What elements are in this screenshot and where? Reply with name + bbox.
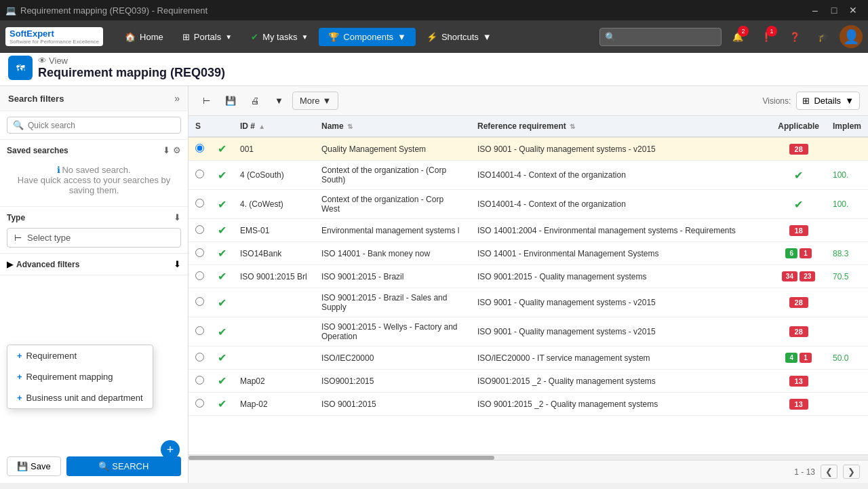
dropdown-item-requirement-mapping[interactable]: + Requirement mapping bbox=[7, 366, 153, 387]
help-button[interactable]: ❓ bbox=[783, 24, 807, 49]
row-radio-6[interactable] bbox=[189, 265, 211, 288]
portals-chevron-icon: ▼ bbox=[225, 33, 232, 41]
row-id-4: EMS-01 bbox=[233, 219, 315, 242]
notification-button[interactable]: 🔔 2 bbox=[726, 24, 750, 49]
row-status-6: ✔ bbox=[211, 265, 233, 288]
components-label: Components bbox=[343, 32, 393, 42]
horizontal-scrollbar[interactable] bbox=[189, 454, 868, 460]
minimize-button[interactable]: – bbox=[806, 1, 825, 20]
row-radio-8[interactable] bbox=[189, 317, 211, 347]
sidebar: Search filters » 🔍 Saved searches ⬇ ⚙ ℹN… bbox=[0, 86, 189, 483]
visions-chevron-icon: ▼ bbox=[845, 96, 854, 106]
row-radio-11[interactable] bbox=[189, 393, 211, 416]
row-radio-5[interactable] bbox=[189, 242, 211, 265]
row-id-8 bbox=[233, 317, 315, 347]
type-download-icon[interactable]: ⬇ bbox=[174, 212, 181, 222]
settings-saved-icon[interactable]: ⚙ bbox=[173, 145, 181, 155]
radio-10[interactable] bbox=[195, 376, 204, 385]
prev-page-button[interactable]: ❮ bbox=[821, 465, 837, 479]
radio-2[interactable] bbox=[195, 170, 204, 178]
portals-nav-button[interactable]: ⊞ Portals ▼ bbox=[174, 28, 240, 46]
check-icon-11: ✔ bbox=[218, 398, 226, 410]
print-dropdown-button[interactable]: ▼ bbox=[269, 92, 290, 110]
row-radio-7[interactable] bbox=[189, 288, 211, 317]
advanced-download-icon[interactable]: ⬇ bbox=[174, 259, 181, 269]
shortcuts-nav-button[interactable]: ⚡ Shortcuts ▼ bbox=[418, 28, 500, 46]
row-radio-9[interactable] bbox=[189, 347, 211, 370]
visions-dropdown[interactable]: ⊞ Details ▼ bbox=[796, 92, 860, 110]
add-new-button[interactable]: + bbox=[161, 440, 180, 459]
radio-1[interactable] bbox=[195, 144, 204, 153]
row-impl-8 bbox=[826, 317, 868, 347]
check-icon-1: ✔ bbox=[218, 143, 226, 155]
advanced-actions: ⬇ bbox=[174, 259, 181, 269]
sidebar-header: Search filters » bbox=[0, 86, 188, 111]
radio-5[interactable] bbox=[195, 248, 204, 257]
save-button[interactable]: 💾 Save bbox=[7, 456, 61, 476]
col-header-impl: Implem bbox=[826, 116, 868, 137]
print-button[interactable]: 🖨 bbox=[245, 92, 266, 110]
saved-searches-actions: ⬇ ⚙ bbox=[163, 145, 181, 155]
close-button[interactable]: ✕ bbox=[844, 1, 863, 20]
check-icon-2: ✔ bbox=[218, 170, 226, 181]
next-page-button[interactable]: ❯ bbox=[843, 465, 860, 479]
table-row: ✔ EMS-01 Environmental management system… bbox=[189, 219, 868, 242]
mytasks-nav-button[interactable]: ✔ My tasks ▼ bbox=[243, 28, 316, 46]
tree-view-button[interactable]: ⊢ bbox=[197, 92, 216, 110]
sidebar-collapse-button[interactable]: » bbox=[174, 93, 180, 104]
academy-button[interactable]: 🎓 bbox=[811, 24, 835, 49]
check-icon-4: ✔ bbox=[218, 224, 226, 236]
row-impl-9: 50.0 bbox=[826, 347, 868, 370]
radio-7[interactable] bbox=[195, 297, 204, 306]
row-ref-6: ISO 9001:2015 - Quality management syste… bbox=[471, 265, 771, 288]
no-saved-message: ℹNo saved search. Have quick access to y… bbox=[7, 159, 181, 201]
home-nav-button[interactable]: 🏠 Home bbox=[117, 28, 172, 46]
graduation-icon: 🎓 bbox=[818, 32, 829, 42]
quick-search-input[interactable] bbox=[28, 121, 175, 130]
row-radio-10[interactable] bbox=[189, 370, 211, 393]
applicable-badge-1: 28 bbox=[789, 144, 808, 155]
user-avatar[interactable]: 👤 bbox=[840, 25, 863, 48]
radio-9[interactable] bbox=[195, 353, 204, 361]
radio-11[interactable] bbox=[195, 399, 204, 408]
nav-search-input[interactable] bbox=[599, 28, 722, 46]
check-icon-10: ✔ bbox=[218, 375, 226, 387]
radio-4[interactable] bbox=[195, 225, 204, 234]
row-name-1: Quality Management System bbox=[315, 137, 471, 161]
radio-3[interactable] bbox=[195, 199, 204, 208]
row-ref-5: ISO 14001 - Environmental Management Sys… bbox=[471, 242, 771, 265]
more-button[interactable]: More ▼ bbox=[292, 92, 339, 110]
select-type-button[interactable]: ⊢ Select type bbox=[7, 228, 181, 248]
search-button[interactable]: 🔍 SEARCH bbox=[66, 456, 181, 476]
advanced-chevron-icon: ▶ bbox=[7, 259, 14, 269]
mytasks-label: My tasks bbox=[262, 32, 297, 42]
radio-8[interactable] bbox=[195, 326, 204, 335]
row-radio-4[interactable] bbox=[189, 219, 211, 242]
dropdown-item-business-unit[interactable]: + Business unit and department bbox=[7, 387, 153, 408]
alert-button[interactable]: ❗ 1 bbox=[754, 24, 778, 49]
table-row: ✔ 001 Quality Management System ISO 9001… bbox=[189, 137, 868, 161]
row-name-7: ISO 9001:2015 - Brazil - Sales and Suppl… bbox=[315, 288, 471, 317]
components-icon: 🏆 bbox=[328, 32, 339, 42]
more-label: More bbox=[300, 96, 320, 106]
download-saved-icon[interactable]: ⬇ bbox=[163, 145, 170, 155]
row-ref-2: ISO14001-4 - Context of the organization bbox=[471, 161, 771, 190]
table-row: ✔ ISO 9001:2015 - Wellys - Factory and O… bbox=[189, 317, 868, 347]
scroll-thumb[interactable] bbox=[189, 456, 494, 460]
dropdown-item-requirement[interactable]: + Requirement bbox=[7, 345, 153, 366]
radio-6[interactable] bbox=[195, 271, 204, 280]
sort-id-icon: ▲ bbox=[258, 123, 265, 130]
save-toolbar-button[interactable]: 💾 bbox=[219, 92, 242, 110]
row-radio-1[interactable] bbox=[189, 137, 211, 161]
advanced-filters-header[interactable]: ▶ Advanced filters ⬇ bbox=[7, 259, 181, 269]
row-radio-2[interactable] bbox=[189, 161, 211, 190]
applicable-badge-9b: 1 bbox=[800, 353, 812, 363]
table-row: ✔ 4 (CoSouth) Context of the organizatio… bbox=[189, 161, 868, 190]
row-ref-4: ISO 14001:2004 - Environmental managemen… bbox=[471, 219, 771, 242]
row-radio-3[interactable] bbox=[189, 190, 211, 219]
logo-tagline: Software for Performance Excellence bbox=[9, 39, 99, 45]
maximize-button[interactable]: □ bbox=[825, 1, 844, 20]
components-nav-button[interactable]: 🏆 Components ▼ bbox=[319, 28, 416, 46]
row-applicable-11: 13 bbox=[771, 393, 826, 416]
applicable-badge-8: 28 bbox=[789, 326, 808, 337]
